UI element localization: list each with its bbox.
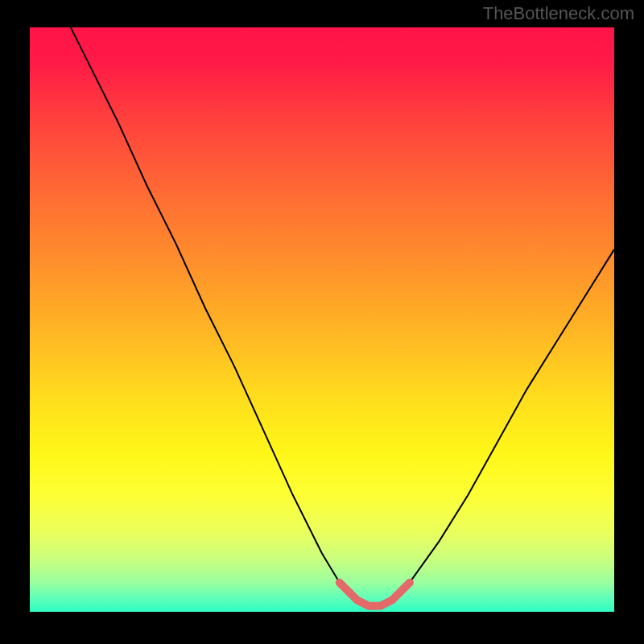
plot-area [30,27,614,612]
chart-frame: TheBottleneck.com [0,0,644,644]
bottleneck-curve-svg [30,27,614,612]
watermark-text: TheBottleneck.com [483,3,634,24]
bottleneck-curve [71,27,614,606]
optimal-zone-highlight [340,583,410,606]
